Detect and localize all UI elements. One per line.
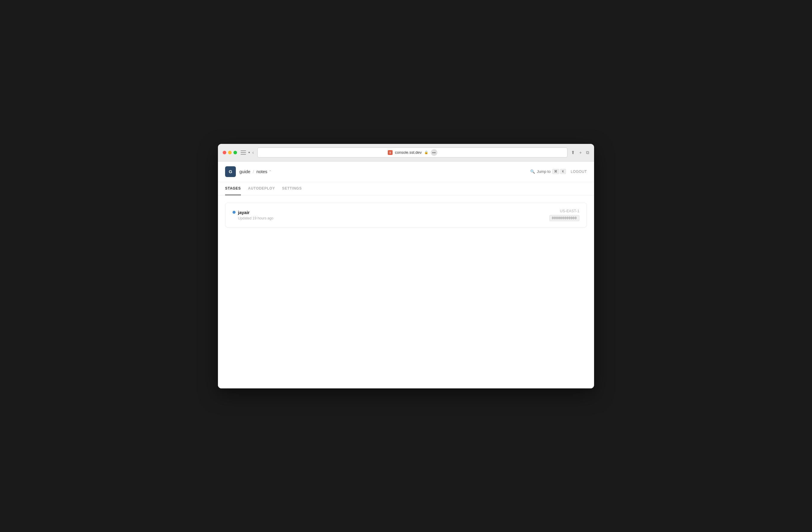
stage-card[interactable]: jayair Updated 19 hours ago US-EAST-1 00… [225, 203, 587, 228]
stage-right: US-EAST-1 000000000000 [549, 209, 579, 221]
ellipsis-icon: ••• [432, 151, 436, 154]
stage-updated-text: Updated 19 hours ago [233, 216, 274, 220]
breadcrumb-root[interactable]: guide [240, 169, 250, 174]
jump-to-button[interactable]: 🔍 Jump to ⌘ K [530, 169, 566, 174]
breadcrumb-chevron-icon: ⌃ [269, 170, 272, 174]
traffic-light-minimize[interactable] [228, 151, 232, 154]
logo-letter: G [229, 169, 232, 174]
back-button[interactable]: ‹ [252, 150, 254, 155]
address-bar[interactable]: S console.sst.dev 🔒 ••• [257, 147, 567, 158]
stage-status-dot [233, 211, 235, 214]
browser-chrome: ▾ ‹ S console.sst.dev 🔒 ••• ⬆ + ⧉ [218, 144, 594, 161]
chevron-down-icon[interactable]: ▾ [248, 151, 250, 154]
main-content: jayair Updated 19 hours ago US-EAST-1 00… [218, 196, 594, 235]
jump-to-label: Jump to [537, 169, 551, 174]
new-tab-button[interactable]: + [579, 150, 582, 155]
more-options-button[interactable]: ••• [431, 149, 437, 156]
traffic-light-maximize[interactable] [233, 151, 237, 154]
header-right: 🔍 Jump to ⌘ K LOGOUT [530, 169, 587, 174]
app-logo[interactable]: G [225, 166, 236, 177]
stage-name-row: jayair [233, 210, 274, 215]
logout-button[interactable]: LOGOUT [571, 170, 587, 174]
breadcrumb-current[interactable]: notes ⌃ [257, 169, 272, 174]
keyboard-shortcut: ⌘ K [552, 169, 566, 174]
favicon-icon: S [388, 150, 393, 155]
share-button[interactable]: ⬆ [571, 150, 575, 155]
browser-actions: ⬆ + ⧉ [571, 150, 589, 155]
cmd-key: ⌘ [552, 169, 559, 174]
tab-stages[interactable]: STAGES [225, 182, 241, 195]
nav-tabs: STAGES AUTODEPLOY SETTINGS [218, 182, 594, 196]
traffic-light-close[interactable] [223, 151, 226, 154]
breadcrumb: guide / notes ⌃ [240, 169, 272, 174]
stage-region: US-EAST-1 [560, 209, 579, 213]
search-icon: 🔍 [530, 169, 535, 174]
app-content: G guide / notes ⌃ 🔍 Jump to ⌘ K [218, 161, 594, 388]
traffic-lights [223, 151, 237, 154]
k-key: K [560, 169, 566, 174]
stage-account: 000000000000 [549, 215, 579, 221]
lock-icon: 🔒 [424, 150, 429, 154]
url-text: console.sst.dev [395, 150, 422, 155]
app-header: G guide / notes ⌃ 🔍 Jump to ⌘ K [218, 161, 594, 182]
stage-left: jayair Updated 19 hours ago [233, 210, 274, 220]
breadcrumb-separator: / [253, 169, 254, 174]
browser-controls: ▾ ‹ [241, 150, 254, 155]
stage-name: jayair [238, 210, 250, 215]
tabs-overview-button[interactable]: ⧉ [586, 150, 589, 155]
browser-window: ▾ ‹ S console.sst.dev 🔒 ••• ⬆ + ⧉ G g [218, 144, 594, 388]
tab-autodeploy[interactable]: AUTODEPLOY [248, 182, 275, 195]
sidebar-toggle-button[interactable] [241, 150, 246, 155]
tab-settings[interactable]: SETTINGS [282, 182, 302, 195]
breadcrumb-current-text: notes [257, 169, 267, 174]
